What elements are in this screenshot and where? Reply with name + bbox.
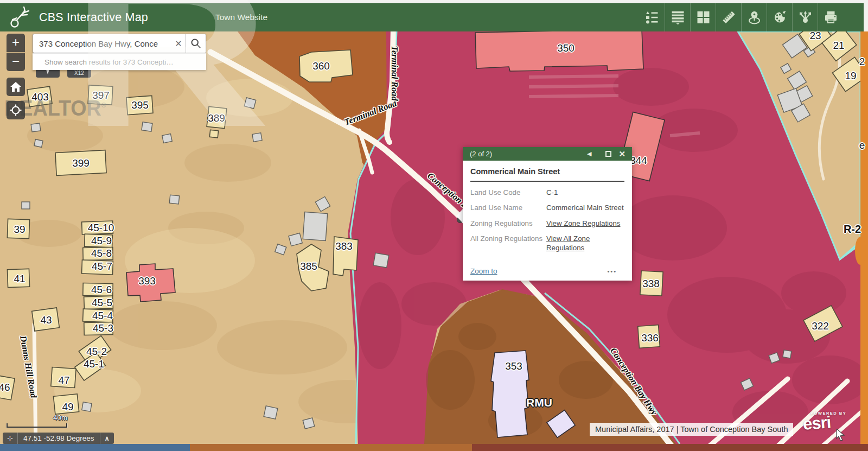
app-title: CBS Interactive Map	[39, 11, 148, 24]
top-edge-strip	[0, 0, 868, 3]
field-value: Commerical Main Street	[546, 203, 624, 212]
layers-icon	[671, 10, 685, 24]
search-submit-button[interactable]	[186, 34, 206, 53]
field-label: Zoning Regulations	[470, 219, 546, 228]
expand-coordinates-button[interactable]: ∧	[100, 433, 114, 444]
search-widget: ✕ Show search results for 373 Concepti…	[33, 34, 206, 70]
popup-maximize-button[interactable]	[605, 151, 611, 157]
popup-row-all-zoning-regulations: All Zoning Regulations View All Zone Reg…	[470, 234, 624, 253]
town-website-link[interactable]: Town Website	[215, 12, 267, 22]
popup-close-button[interactable]: ✕	[618, 149, 626, 159]
popup-body: Commerical Main Street Land Use Code C-1…	[463, 161, 632, 252]
home-icon	[10, 82, 21, 92]
search-suggestion[interactable]: Show search results for 373 Concepti…	[33, 53, 206, 70]
field-label: Land Use Code	[470, 188, 546, 197]
bottom-strip-blue	[0, 444, 190, 451]
popup-pager: (2 of 2)	[470, 150, 587, 158]
share-icon	[798, 10, 813, 24]
minus-icon: −	[12, 55, 20, 68]
zoom-to-link[interactable]: Zoom to	[470, 267, 497, 275]
field-value: C-1	[546, 188, 624, 197]
print-icon	[824, 10, 838, 24]
more-options-button[interactable]: •••	[607, 268, 617, 275]
map-toolbar	[639, 3, 843, 31]
crosshair-icon[interactable]: ⊹	[3, 433, 18, 444]
esri-wordmark: esri	[802, 415, 831, 431]
search-icon	[190, 38, 201, 49]
popup-row-land-use-code: Land Use Code C-1	[470, 188, 624, 197]
zone-orange-blob	[855, 237, 866, 265]
map-attribution: Municipal Affairs, 2017 | Town of Concep…	[590, 423, 793, 436]
app-header: CBS Interactive Map Town Website	[0, 3, 864, 31]
measure-icon	[722, 10, 736, 24]
view-all-zone-regulations-link[interactable]: View All Zone Regulations	[546, 234, 624, 253]
search-clear-button[interactable]: ✕	[171, 34, 186, 53]
coordinate-readout: 47.51 -52.98 Degrees	[18, 433, 100, 444]
home-button[interactable]	[7, 78, 25, 96]
locate-icon	[10, 104, 22, 116]
draw-button[interactable]	[767, 3, 792, 31]
scale-bar	[7, 423, 67, 428]
scale-label: 40m	[53, 414, 67, 422]
popup-title: Commerical Main Street	[470, 167, 624, 182]
coordinate-widget: ⊹ 47.51 -52.98 Degrees ∧	[3, 433, 114, 444]
plus-icon: +	[12, 36, 20, 49]
print-button[interactable]	[818, 3, 843, 31]
town-logo	[8, 5, 30, 30]
popup-header: (2 of 2) ◀ ✕	[463, 147, 632, 161]
popup-footer: Zoom to •••	[470, 267, 624, 275]
popup-previous-button[interactable]: ◀	[587, 150, 591, 157]
locate-button[interactable]	[7, 101, 25, 119]
legend-icon	[644, 10, 659, 24]
feature-popup: (2 of 2) ◀ ✕ Commerical Main Street Land…	[463, 147, 632, 281]
location-button[interactable]	[741, 3, 767, 31]
layers-button[interactable]	[665, 3, 690, 31]
esri-logo: POWERED BY esri	[803, 411, 846, 431]
measure-button[interactable]	[716, 3, 741, 31]
zoom-in-button[interactable]: +	[7, 34, 25, 52]
x12-glyph: X12	[74, 70, 84, 76]
basemap-gallery-button[interactable]	[690, 3, 716, 31]
zoom-out-button[interactable]: −	[7, 53, 25, 71]
basemap-gallery-icon	[696, 10, 711, 24]
location-icon	[747, 10, 762, 24]
search-input[interactable]	[33, 34, 171, 53]
pin-icon	[43, 69, 52, 76]
field-label: Land Use Name	[470, 203, 546, 212]
view-zone-regulations-link[interactable]: View Zone Regulations	[546, 219, 624, 228]
legend-button[interactable]	[639, 3, 665, 31]
mouse-cursor	[835, 429, 846, 441]
share-button[interactable]	[792, 3, 818, 31]
app-window: 3603503442321194033973953893993945-1045-…	[0, 0, 868, 451]
header-right-gap	[864, 3, 868, 31]
field-label: All Zoning Regulations	[470, 234, 546, 253]
draw-icon	[773, 10, 787, 24]
bottom-strip-sienna	[190, 444, 472, 451]
popup-row-zoning-regulations: Zoning Regulations View Zone Regulations	[470, 219, 624, 228]
search-box: ✕	[33, 34, 206, 53]
popup-row-land-use-name: Land Use Name Commerical Main Street	[470, 203, 624, 212]
bottom-strip-brick	[472, 444, 868, 451]
